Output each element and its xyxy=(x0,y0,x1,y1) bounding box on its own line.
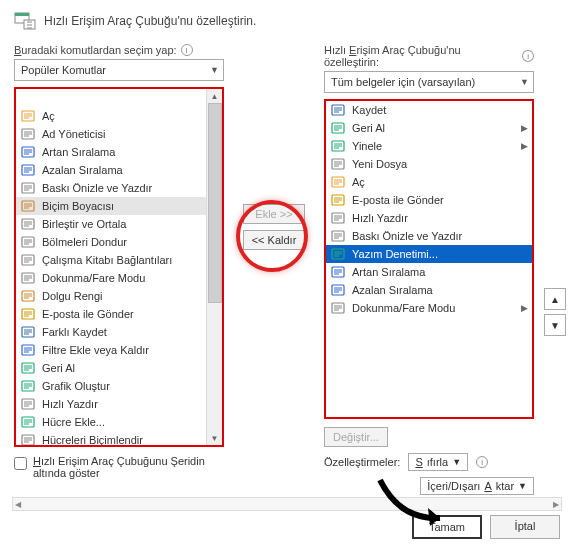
sort-asc-icon xyxy=(20,144,36,160)
help-icon[interactable]: i xyxy=(522,50,534,62)
list-item[interactable]: Dolgu Rengi▶ xyxy=(16,287,222,305)
format-painter-icon xyxy=(20,198,36,214)
saveas-icon xyxy=(20,324,36,340)
list-item[interactable]: Geri Al▶ xyxy=(16,359,222,377)
current-qat-list[interactable]: KaydetGeri Al▶Yinele▶Yeni DosyaAçE-posta… xyxy=(324,99,534,419)
list-item[interactable]: Aç xyxy=(326,173,532,191)
print-preview-icon xyxy=(330,228,346,244)
fill-icon xyxy=(20,288,36,304)
list-item[interactable]: Artan Sıralama xyxy=(326,263,532,281)
list-item[interactable]: Yinele▶ xyxy=(326,137,532,155)
list-item[interactable] xyxy=(16,89,222,107)
open-icon xyxy=(20,108,36,124)
list-item[interactable]: Bölmeleri Dondur▶ xyxy=(16,233,222,251)
list-item[interactable]: Dokunma/Fare Modu▶ xyxy=(16,269,222,287)
list-item[interactable]: Geri Al▶ xyxy=(326,119,532,137)
list-item[interactable]: Yazım Denetimi... xyxy=(326,245,532,263)
cancel-button[interactable]: İptal xyxy=(490,515,560,539)
email-icon xyxy=(20,306,36,322)
choose-commands-label: Buradaki komutlardan seçim yap: i xyxy=(14,44,224,56)
name-mgr-icon xyxy=(20,126,36,142)
list-item[interactable]: Artan Sıralama xyxy=(16,143,222,161)
help-icon[interactable]: i xyxy=(181,44,193,56)
list-item[interactable]: Kaydet xyxy=(326,101,532,119)
open-icon xyxy=(330,174,346,190)
move-up-button[interactable]: ▲ xyxy=(544,288,566,310)
freeze-icon xyxy=(20,234,36,250)
list-item[interactable]: Baskı Önizle ve Yazdır xyxy=(326,227,532,245)
list-item[interactable]: Hücreleri Biçimlendir xyxy=(16,431,222,445)
dialog-footer: Tamam İptal xyxy=(412,515,560,539)
list-item[interactable]: Hızlı Yazdır xyxy=(16,395,222,413)
add-button[interactable]: Ekle >> xyxy=(243,204,305,224)
list-item[interactable]: Baskı Önizle ve Yazdır xyxy=(16,179,222,197)
email-icon xyxy=(330,192,346,208)
list-item[interactable]: Birleştir ve Ortala▶ xyxy=(16,215,222,233)
command-category-combo[interactable]: Popüler Komutlar▼ xyxy=(14,59,224,81)
available-commands-column: Buradaki komutlardan seçim yap: i Popüle… xyxy=(14,44,224,479)
list-item[interactable]: Ad Yöneticisi xyxy=(16,125,222,143)
merge-icon xyxy=(20,216,36,232)
list-item[interactable]: Hızlı Yazdır xyxy=(326,209,532,227)
document-scope-combo[interactable]: Tüm belgeler için (varsayılan)▼ xyxy=(324,71,534,93)
dialog-title: Hızlı Erişim Araç Çubuğu'nu özelleştirin… xyxy=(44,14,256,28)
quickprint-icon xyxy=(330,210,346,226)
chart-icon xyxy=(20,378,36,394)
list-item[interactable]: Farklı Kaydet xyxy=(16,323,222,341)
remove-button[interactable]: << Kaldır xyxy=(243,230,306,250)
format-cells-icon xyxy=(20,432,36,445)
list-item[interactable]: Dokunma/Fare Modu▶ xyxy=(326,299,532,317)
undo-icon xyxy=(330,120,346,136)
sort-desc-icon xyxy=(20,162,36,178)
list-item[interactable]: Aç xyxy=(16,107,222,125)
spellcheck-icon xyxy=(330,246,346,262)
sort-desc-icon xyxy=(330,282,346,298)
filter-icon xyxy=(20,342,36,358)
show-below-ribbon-checkbox[interactable]: Hızlı Erişim Araç Çubuğunu Şeridin altın… xyxy=(14,455,224,479)
list-item[interactable]: Azalan Sıralama xyxy=(16,161,222,179)
list-item[interactable]: E-posta ile Gönder xyxy=(16,305,222,323)
modify-button[interactable]: Değiştir... xyxy=(324,427,388,447)
add-remove-column: Ekle >> << Kaldır xyxy=(234,44,314,250)
svg-rect-1 xyxy=(15,13,29,16)
customize-qat-label: Hızlı Erişim Araç Çubuğu'nu özelleştirin… xyxy=(324,44,534,68)
list-item[interactable]: Çalışma Kitabı Bağlantıları xyxy=(16,251,222,269)
list-item[interactable]: Biçim Boyacısı xyxy=(16,197,222,215)
touch-icon xyxy=(20,270,36,286)
current-qat-column: Hızlı Erişim Araç Çubuğu'nu özelleştirin… xyxy=(324,44,534,501)
chevron-down-icon: ▼ xyxy=(210,65,219,75)
save-icon xyxy=(330,102,346,118)
help-icon[interactable]: i xyxy=(476,456,488,468)
list-item[interactable]: E-posta ile Gönder xyxy=(326,191,532,209)
list-item[interactable]: Hücre Ekle... xyxy=(16,413,222,431)
scrollbar[interactable]: ▲▼ xyxy=(206,89,222,445)
move-down-button[interactable]: ▼ xyxy=(544,314,566,336)
quickprint-icon xyxy=(20,396,36,412)
move-up-down-buttons: ▲ ▼ xyxy=(544,288,566,336)
list-item[interactable]: Grafik Oluştur xyxy=(16,377,222,395)
list-item[interactable]: Azalan Sıralama xyxy=(326,281,532,299)
dialog-header: Hızlı Erişim Araç Çubuğu'nu özelleştirin… xyxy=(14,10,560,32)
customizations-label: Özelleştirmeler: xyxy=(324,456,400,468)
new-icon xyxy=(330,156,346,172)
reset-dropdown[interactable]: Sıfırla ▼ xyxy=(408,453,468,471)
list-item[interactable]: Filtre Ekle veya Kaldır xyxy=(16,341,222,359)
horizontal-scrollbar[interactable]: ◀▶ xyxy=(12,497,562,511)
touch-icon xyxy=(330,300,346,316)
print-preview-icon xyxy=(20,180,36,196)
insert-cell-icon xyxy=(20,414,36,430)
undo-icon xyxy=(20,360,36,376)
ok-button[interactable]: Tamam xyxy=(412,515,482,539)
links-icon xyxy=(20,252,36,268)
redo-icon xyxy=(330,138,346,154)
list-item[interactable]: Yeni Dosya xyxy=(326,155,532,173)
customize-qat-icon xyxy=(14,10,36,32)
available-commands-list[interactable]: AçAd YöneticisiArtan SıralamaAzalan Sıra… xyxy=(14,87,224,447)
sort-asc-icon xyxy=(330,264,346,280)
chevron-down-icon: ▼ xyxy=(520,77,529,87)
import-export-dropdown[interactable]: İçeri/Dışarı Aktar ▼ xyxy=(420,477,534,495)
